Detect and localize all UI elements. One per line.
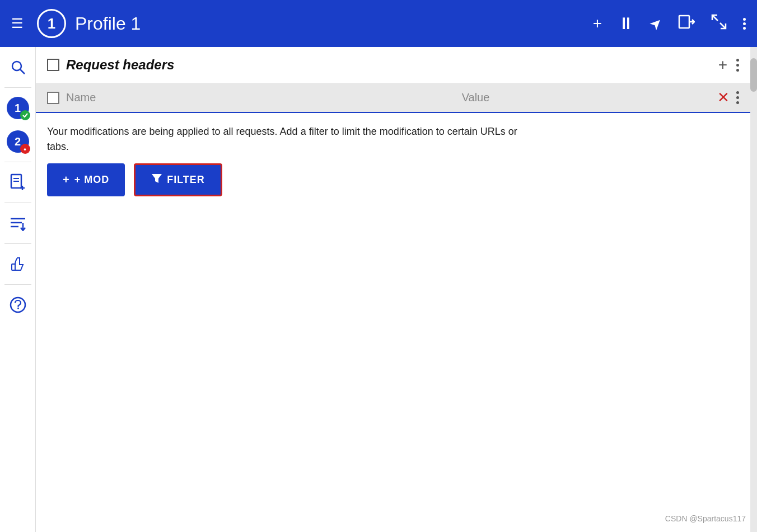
add-doc-icon <box>10 173 26 191</box>
status-badge-red: • <box>20 144 30 154</box>
sort-icon <box>10 215 26 231</box>
filter-label: FILTER <box>167 174 205 186</box>
watermark: CSDN @Spartacus117 <box>665 514 746 523</box>
table-header-row: Name Value ✕ <box>36 83 750 113</box>
svg-rect-15 <box>12 264 15 270</box>
sidebar-item-thumbsup[interactable] <box>2 248 34 280</box>
thumbs-up-icon <box>10 256 26 272</box>
filter-icon <box>151 173 162 187</box>
expand-icon[interactable] <box>711 13 727 34</box>
col-value-header: Value <box>234 91 717 104</box>
svg-line-5 <box>20 69 25 74</box>
add-header-icon[interactable]: + <box>718 56 727 74</box>
row-more-icon[interactable] <box>736 91 739 104</box>
sidebar-divider-5 <box>4 284 31 285</box>
svg-point-17 <box>17 308 19 309</box>
mod-button[interactable]: + + MOD <box>47 163 125 196</box>
sidebar-divider-1 <box>4 87 31 88</box>
sidebar-item-help[interactable] <box>2 289 34 321</box>
search-icon <box>10 59 26 75</box>
svg-line-3 <box>720 23 726 29</box>
profile-number: 1 <box>48 15 55 32</box>
row-actions: + <box>718 56 739 74</box>
sidebar-item-profile2[interactable]: 2 • <box>2 126 34 157</box>
delete-row-icon[interactable]: ✕ <box>717 89 730 106</box>
profile-title: Profile 1 <box>75 13 584 34</box>
content-area: Request headers + Name Value ✕ <box>36 47 750 532</box>
main-layout: 1 2 • <box>0 47 757 532</box>
header-bar: ☰ 1 Profile 1 + ⏸ ➤ <box>0 0 757 47</box>
scrollbar-track[interactable] <box>750 47 757 532</box>
sidebar-divider-4 <box>4 243 31 244</box>
table-checkbox[interactable] <box>47 92 59 104</box>
scrollbar-thumb[interactable] <box>750 58 757 92</box>
svg-point-4 <box>12 62 21 70</box>
mod-plus-icon: + <box>63 173 70 186</box>
filter-button[interactable]: FILTER <box>134 163 222 196</box>
pause-icon[interactable]: ⏸ <box>618 14 634 33</box>
profile-badge: 1 <box>37 9 66 38</box>
help-icon <box>10 296 26 313</box>
header-actions: + ⏸ ➤ <box>593 13 746 34</box>
section-title: Request headers <box>66 57 718 73</box>
sidebar-item-search[interactable] <box>2 51 34 83</box>
add-icon[interactable]: + <box>593 15 602 32</box>
col-name-header: Name <box>66 91 234 104</box>
more-menu-icon[interactable] <box>743 18 746 30</box>
action-buttons: + + MOD FILTER <box>36 163 750 208</box>
sidebar: 1 2 • <box>0 47 36 532</box>
sidebar-divider-3 <box>4 203 31 203</box>
svg-line-2 <box>712 15 718 21</box>
mod-label: + MOD <box>74 174 110 186</box>
sidebar-item-profile1[interactable]: 1 <box>2 92 34 124</box>
svg-rect-0 <box>679 16 689 28</box>
section-checkbox[interactable] <box>47 59 59 71</box>
sidebar-item-add-doc[interactable] <box>2 167 34 198</box>
request-headers-row: Request headers + <box>36 47 750 83</box>
sidebar-divider-2 <box>4 162 31 162</box>
share-icon[interactable]: ➤ <box>646 13 666 34</box>
status-badge-green <box>20 110 30 120</box>
login-icon[interactable] <box>678 13 695 34</box>
sidebar-item-sort[interactable] <box>2 208 34 239</box>
svg-marker-18 <box>152 174 162 183</box>
hamburger-icon[interactable]: ☰ <box>11 16 24 31</box>
section-more-icon[interactable] <box>736 59 739 72</box>
notification-text: Your modifications are being applied to … <box>36 113 540 163</box>
